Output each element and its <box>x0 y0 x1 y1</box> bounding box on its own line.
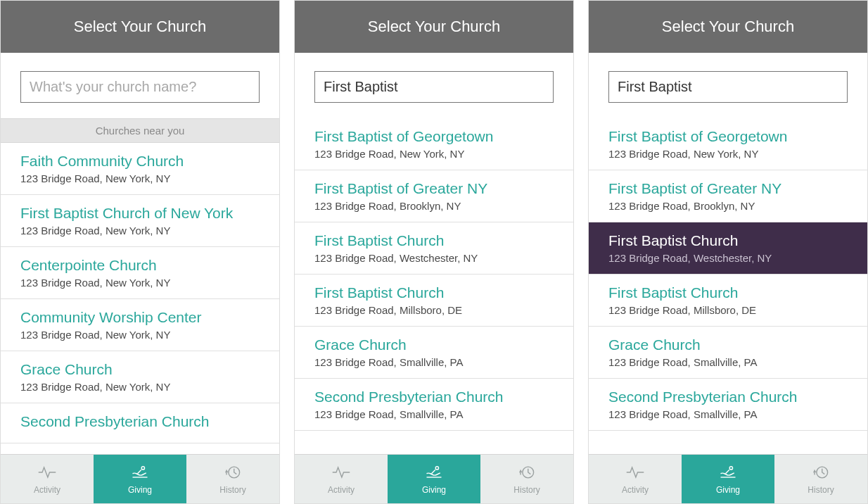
church-address: 123 Bridge Road, Westchester, NY <box>314 252 554 264</box>
tab-bar: ActivityGivingHistory <box>295 454 573 503</box>
page-title: Select Your Church <box>589 1 867 53</box>
church-name: Centerpointe Church <box>20 257 260 274</box>
activity-icon <box>331 464 351 483</box>
church-row[interactable]: Second Presbyterian Church123 Bridge Roa… <box>295 379 573 431</box>
church-row[interactable]: First Baptist Church123 Bridge Road, Wes… <box>295 222 573 275</box>
church-row[interactable]: Centerpointe Church123 Bridge Road, New … <box>1 247 279 299</box>
church-row[interactable]: Grace Church123 Bridge Road, Smallville,… <box>589 327 867 379</box>
screen-3: Select Your Church First Baptist of Geor… <box>588 0 868 504</box>
tab-label: History <box>513 485 540 495</box>
tab-giving[interactable]: Giving <box>388 455 480 503</box>
church-name: First Baptist of Georgetown <box>608 128 848 145</box>
church-row[interactable]: First Baptist of Greater NY123 Bridge Ro… <box>295 170 573 222</box>
church-name: Grace Church <box>20 361 260 378</box>
church-row[interactable]: First Baptist of Greater NY123 Bridge Ro… <box>589 170 867 222</box>
church-name: Second Presbyterian Church <box>314 389 554 405</box>
church-name: First Baptist of Greater NY <box>608 180 848 197</box>
church-row[interactable]: Grace Church123 Bridge Road, New York, N… <box>1 351 279 403</box>
svg-point-0 <box>141 466 144 469</box>
church-address: 123 Bridge Road, New York, NY <box>20 329 260 341</box>
church-name: Faith Community Church <box>20 153 260 170</box>
tab-label: Giving <box>422 485 446 495</box>
svg-point-2 <box>435 466 438 469</box>
history-icon <box>811 464 831 483</box>
church-name: Second Presbyterian Church <box>608 389 848 405</box>
search-wrap <box>589 53 867 118</box>
church-row[interactable]: Second Presbyterian Church123 Bridge Roa… <box>589 379 867 431</box>
church-name: Second Presbyterian Church <box>20 413 260 430</box>
tab-activity[interactable]: Activity <box>589 455 682 503</box>
tab-label: Giving <box>128 485 152 495</box>
screen-1: Select Your Church Churches near you Fai… <box>0 0 280 504</box>
tab-history[interactable]: History <box>186 455 279 503</box>
church-row[interactable]: First Baptist of Georgetown123 Bridge Ro… <box>589 118 867 170</box>
church-name: First Baptist Church <box>314 284 554 301</box>
church-address: 123 Bridge Road, Brooklyn, NY <box>608 200 848 212</box>
church-list: First Baptist of Georgetown123 Bridge Ro… <box>589 118 867 454</box>
church-address: 123 Bridge Road, Westchester, NY <box>608 252 848 264</box>
church-name: First Baptist of Georgetown <box>314 128 554 145</box>
church-name: Grace Church <box>608 336 848 353</box>
church-list: Faith Community Church123 Bridge Road, N… <box>1 143 279 454</box>
church-name: First Baptist Church <box>608 284 848 301</box>
church-name: First Baptist of Greater NY <box>314 180 554 197</box>
tab-label: Giving <box>716 485 740 495</box>
tab-bar: ActivityGivingHistory <box>589 454 867 503</box>
tab-bar: ActivityGivingHistory <box>1 454 279 503</box>
church-row[interactable]: Community Worship Center123 Bridge Road,… <box>1 299 279 351</box>
search-wrap <box>1 53 279 118</box>
church-row[interactable]: First Baptist of Georgetown123 Bridge Ro… <box>295 118 573 170</box>
screen-2: Select Your Church First Baptist of Geor… <box>294 0 574 504</box>
church-row[interactable]: Faith Community Church123 Bridge Road, N… <box>1 143 279 195</box>
giving-icon <box>424 464 444 483</box>
tab-label: Activity <box>34 485 60 495</box>
church-address: 123 Bridge Road, Smallville, PA <box>314 356 554 368</box>
search-input[interactable] <box>20 71 260 103</box>
history-icon <box>517 464 537 483</box>
tab-label: History <box>808 485 834 495</box>
activity-icon <box>37 464 57 483</box>
section-near-you: Churches near you <box>1 118 279 143</box>
tab-history[interactable]: History <box>480 455 573 503</box>
church-address: 123 Bridge Road, Millsboro, DE <box>314 304 554 316</box>
church-address: 123 Bridge Road, New York, NY <box>20 225 260 237</box>
church-address: 123 Bridge Road, Brooklyn, NY <box>314 200 554 212</box>
church-address: 123 Bridge Road, Smallville, PA <box>314 408 554 420</box>
church-address: 123 Bridge Road, Smallville, PA <box>608 408 848 420</box>
church-name: First Baptist Church <box>608 232 848 249</box>
church-name: First Baptist Church of New York <box>20 205 260 222</box>
tab-activity[interactable]: Activity <box>1 455 94 503</box>
church-address: 123 Bridge Road, New York, NY <box>20 172 260 184</box>
svg-point-4 <box>729 466 732 469</box>
tab-giving[interactable]: Giving <box>682 455 774 503</box>
church-list: First Baptist of Georgetown123 Bridge Ro… <box>295 118 573 454</box>
church-row[interactable]: First Baptist Church123 Bridge Road, Mil… <box>295 275 573 327</box>
church-name: First Baptist Church <box>314 232 554 249</box>
tab-activity[interactable]: Activity <box>295 455 388 503</box>
church-address: 123 Bridge Road, Millsboro, DE <box>608 304 848 316</box>
tab-label: History <box>219 485 245 495</box>
church-address: 123 Bridge Road, New York, NY <box>20 381 260 393</box>
church-address: 123 Bridge Road, New York, NY <box>608 148 848 160</box>
church-row[interactable]: First Baptist Church123 Bridge Road, Wes… <box>589 222 867 275</box>
church-address: 123 Bridge Road, Smallville, PA <box>608 356 848 368</box>
church-row[interactable]: Grace Church123 Bridge Road, Smallville,… <box>295 327 573 379</box>
tab-history[interactable]: History <box>774 455 867 503</box>
tab-label: Activity <box>328 485 355 495</box>
church-row[interactable]: First Baptist Church of New York123 Brid… <box>1 195 279 247</box>
page-title: Select Your Church <box>295 1 573 53</box>
church-address: 123 Bridge Road, New York, NY <box>314 148 554 160</box>
giving-icon <box>718 464 738 483</box>
tab-label: Activity <box>622 485 649 495</box>
church-name: Grace Church <box>314 336 554 353</box>
tab-giving[interactable]: Giving <box>94 455 186 503</box>
giving-icon <box>130 464 150 483</box>
church-row[interactable]: Second Presbyterian Church <box>1 403 279 443</box>
search-wrap <box>295 53 573 118</box>
search-input[interactable] <box>314 71 554 103</box>
church-address: 123 Bridge Road, New York, NY <box>20 277 260 289</box>
search-input[interactable] <box>608 71 848 103</box>
activity-icon <box>625 464 645 483</box>
church-row[interactable]: First Baptist Church123 Bridge Road, Mil… <box>589 275 867 327</box>
church-name: Community Worship Center <box>20 309 260 326</box>
